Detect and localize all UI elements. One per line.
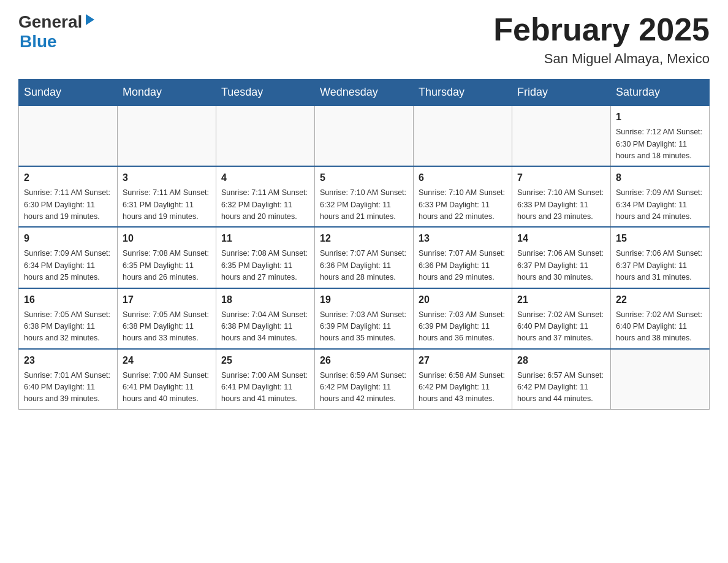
calendar-header-row: SundayMondayTuesdayWednesdayThursdayFrid… (19, 80, 710, 106)
day-info: Sunrise: 7:09 AM Sunset: 6:34 PM Dayligh… (616, 187, 704, 223)
month-title: February 2025 (493, 12, 710, 47)
day-number: 3 (123, 170, 211, 185)
calendar-cell: 26Sunrise: 6:59 AM Sunset: 6:42 PM Dayli… (315, 349, 414, 410)
calendar-cell: 7Sunrise: 7:10 AM Sunset: 6:33 PM Daylig… (512, 166, 611, 227)
day-number: 10 (123, 231, 211, 246)
logo-general-text: General (18, 12, 82, 32)
calendar-header-sunday: Sunday (19, 80, 118, 106)
calendar-cell (414, 105, 512, 166)
day-number: 21 (517, 293, 605, 307)
calendar-cell: 25Sunrise: 7:00 AM Sunset: 6:41 PM Dayli… (216, 349, 315, 410)
page-header: General Blue February 2025 San Miguel Al… (18, 12, 710, 67)
calendar-cell: 23Sunrise: 7:01 AM Sunset: 6:40 PM Dayli… (19, 349, 118, 410)
calendar-header-tuesday: Tuesday (216, 80, 315, 106)
calendar-cell: 18Sunrise: 7:04 AM Sunset: 6:38 PM Dayli… (216, 288, 315, 349)
calendar-cell: 4Sunrise: 7:11 AM Sunset: 6:32 PM Daylig… (216, 166, 315, 227)
calendar-cell (19, 105, 118, 166)
calendar-cell: 15Sunrise: 7:06 AM Sunset: 6:37 PM Dayli… (611, 227, 710, 288)
calendar-cell (315, 105, 414, 166)
day-info: Sunrise: 7:07 AM Sunset: 6:36 PM Dayligh… (419, 248, 507, 283)
day-info: Sunrise: 7:10 AM Sunset: 6:32 PM Dayligh… (320, 187, 408, 223)
day-info: Sunrise: 7:02 AM Sunset: 6:40 PM Dayligh… (616, 309, 704, 345)
day-info: Sunrise: 7:12 AM Sunset: 6:30 PM Dayligh… (616, 126, 704, 162)
day-info: Sunrise: 7:03 AM Sunset: 6:39 PM Dayligh… (320, 309, 408, 345)
day-number: 25 (221, 353, 309, 368)
calendar-week-row: 9Sunrise: 7:09 AM Sunset: 6:34 PM Daylig… (19, 227, 710, 288)
day-info: Sunrise: 7:02 AM Sunset: 6:40 PM Dayligh… (517, 309, 605, 345)
day-number: 1 (616, 110, 704, 124)
calendar-cell: 11Sunrise: 7:08 AM Sunset: 6:35 PM Dayli… (216, 227, 315, 288)
calendar-cell: 22Sunrise: 7:02 AM Sunset: 6:40 PM Dayli… (611, 288, 710, 349)
day-info: Sunrise: 7:05 AM Sunset: 6:38 PM Dayligh… (123, 309, 211, 345)
day-number: 19 (320, 293, 408, 307)
calendar-cell: 9Sunrise: 7:09 AM Sunset: 6:34 PM Daylig… (19, 227, 118, 288)
day-number: 28 (517, 353, 605, 368)
day-info: Sunrise: 6:57 AM Sunset: 6:42 PM Dayligh… (517, 370, 605, 405)
svg-marker-0 (86, 14, 94, 25)
day-number: 27 (419, 353, 507, 368)
day-info: Sunrise: 7:09 AM Sunset: 6:34 PM Dayligh… (24, 248, 112, 283)
day-info: Sunrise: 7:00 AM Sunset: 6:41 PM Dayligh… (221, 370, 309, 405)
day-info: Sunrise: 7:06 AM Sunset: 6:37 PM Dayligh… (517, 248, 605, 283)
calendar-cell: 1Sunrise: 7:12 AM Sunset: 6:30 PM Daylig… (611, 105, 710, 166)
day-info: Sunrise: 7:11 AM Sunset: 6:32 PM Dayligh… (221, 187, 309, 223)
calendar-cell: 19Sunrise: 7:03 AM Sunset: 6:39 PM Dayli… (315, 288, 414, 349)
title-block: February 2025 San Miguel Almaya, Mexico (493, 12, 710, 67)
calendar-cell: 28Sunrise: 6:57 AM Sunset: 6:42 PM Dayli… (512, 349, 611, 410)
calendar-cell: 6Sunrise: 7:10 AM Sunset: 6:33 PM Daylig… (414, 166, 512, 227)
calendar-cell: 10Sunrise: 7:08 AM Sunset: 6:35 PM Dayli… (118, 227, 216, 288)
calendar-table: SundayMondayTuesdayWednesdayThursdayFrid… (18, 79, 710, 410)
day-info: Sunrise: 7:00 AM Sunset: 6:41 PM Dayligh… (123, 370, 211, 405)
logo-blue-text: Blue (20, 32, 57, 52)
calendar-cell: 21Sunrise: 7:02 AM Sunset: 6:40 PM Dayli… (512, 288, 611, 349)
calendar-cell: 16Sunrise: 7:05 AM Sunset: 6:38 PM Dayli… (19, 288, 118, 349)
calendar-cell: 20Sunrise: 7:03 AM Sunset: 6:39 PM Dayli… (414, 288, 512, 349)
logo-arrow-icon (83, 13, 97, 26)
day-number: 22 (616, 293, 704, 307)
day-number: 2 (24, 170, 112, 185)
day-info: Sunrise: 7:05 AM Sunset: 6:38 PM Dayligh… (24, 309, 112, 345)
day-info: Sunrise: 7:01 AM Sunset: 6:40 PM Dayligh… (24, 370, 112, 405)
calendar-week-row: 16Sunrise: 7:05 AM Sunset: 6:38 PM Dayli… (19, 288, 710, 349)
calendar-header-wednesday: Wednesday (315, 80, 414, 106)
day-number: 26 (320, 353, 408, 368)
calendar-cell (512, 105, 611, 166)
day-info: Sunrise: 7:11 AM Sunset: 6:31 PM Dayligh… (123, 187, 211, 223)
day-number: 16 (24, 293, 112, 307)
calendar-cell: 5Sunrise: 7:10 AM Sunset: 6:32 PM Daylig… (315, 166, 414, 227)
calendar-cell: 2Sunrise: 7:11 AM Sunset: 6:30 PM Daylig… (19, 166, 118, 227)
day-number: 20 (419, 293, 507, 307)
day-info: Sunrise: 7:10 AM Sunset: 6:33 PM Dayligh… (419, 187, 507, 223)
day-number: 7 (517, 170, 605, 185)
day-number: 15 (616, 231, 704, 246)
day-info: Sunrise: 7:08 AM Sunset: 6:35 PM Dayligh… (221, 248, 309, 283)
day-info: Sunrise: 7:08 AM Sunset: 6:35 PM Dayligh… (123, 248, 211, 283)
day-number: 14 (517, 231, 605, 246)
calendar-cell (216, 105, 315, 166)
calendar-week-row: 1Sunrise: 7:12 AM Sunset: 6:30 PM Daylig… (19, 105, 710, 166)
day-number: 4 (221, 170, 309, 185)
calendar-cell (611, 349, 710, 410)
day-info: Sunrise: 7:11 AM Sunset: 6:30 PM Dayligh… (24, 187, 112, 223)
day-info: Sunrise: 6:59 AM Sunset: 6:42 PM Dayligh… (320, 370, 408, 405)
calendar-cell: 13Sunrise: 7:07 AM Sunset: 6:36 PM Dayli… (414, 227, 512, 288)
calendar-week-row: 23Sunrise: 7:01 AM Sunset: 6:40 PM Dayli… (19, 349, 710, 410)
day-number: 17 (123, 293, 211, 307)
calendar-cell: 3Sunrise: 7:11 AM Sunset: 6:31 PM Daylig… (118, 166, 216, 227)
day-info: Sunrise: 7:03 AM Sunset: 6:39 PM Dayligh… (419, 309, 507, 345)
day-info: Sunrise: 6:58 AM Sunset: 6:42 PM Dayligh… (419, 370, 507, 405)
day-number: 12 (320, 231, 408, 246)
calendar-cell: 14Sunrise: 7:06 AM Sunset: 6:37 PM Dayli… (512, 227, 611, 288)
day-number: 23 (24, 353, 112, 368)
day-number: 6 (419, 170, 507, 185)
day-info: Sunrise: 7:04 AM Sunset: 6:38 PM Dayligh… (221, 309, 309, 345)
location-title: San Miguel Almaya, Mexico (493, 51, 710, 67)
calendar-cell: 27Sunrise: 6:58 AM Sunset: 6:42 PM Dayli… (414, 349, 512, 410)
calendar-cell: 17Sunrise: 7:05 AM Sunset: 6:38 PM Dayli… (118, 288, 216, 349)
day-number: 13 (419, 231, 507, 246)
calendar-header-saturday: Saturday (611, 80, 710, 106)
day-number: 18 (221, 293, 309, 307)
calendar-header-thursday: Thursday (414, 80, 512, 106)
day-number: 24 (123, 353, 211, 368)
calendar-cell (118, 105, 216, 166)
